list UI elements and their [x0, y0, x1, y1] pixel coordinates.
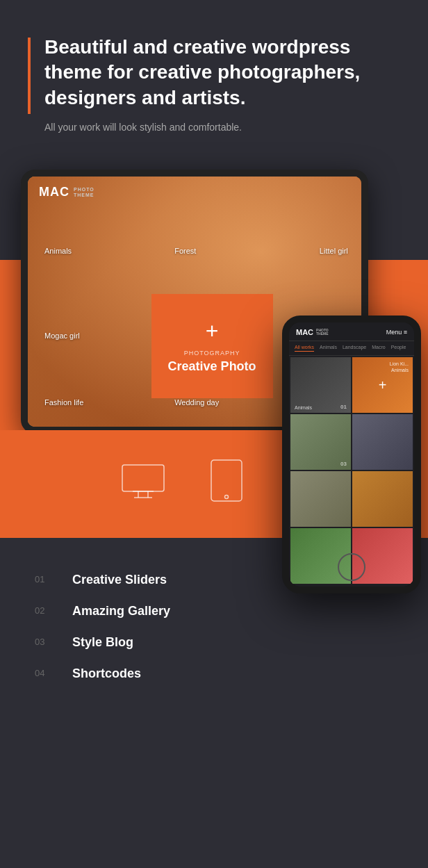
phone-photo-2: Lion Ki...Animals +	[352, 357, 413, 413]
phone-home-bar	[338, 553, 365, 581]
svg-rect-0	[122, 465, 164, 491]
feature-item-4: 04 Shortcodes	[35, 666, 393, 681]
grid-label-mogacgirl: Mogac girl	[44, 331, 80, 340]
phone-nav-landscape[interactable]: Landscape	[343, 345, 366, 352]
phone-logo-text: MAC	[296, 328, 313, 336]
tablet-mac-logo: MAC PHOTOTHEME	[39, 185, 94, 199]
phone-photo-3-num: 03	[340, 461, 347, 467]
phone-photo-4	[352, 414, 413, 470]
orange-card-title: Creative Photo	[168, 359, 256, 374]
feature-3-label: Style Blog	[72, 635, 133, 650]
grid-label-animals: Animals	[44, 247, 72, 255]
phone-nav-animals[interactable]: Animals	[320, 345, 337, 352]
feature-1-num: 01	[35, 573, 56, 584]
showcase-section: MAC PHOTOTHEME Animals Forest Littel gir…	[0, 163, 428, 538]
feature-4-label: Shortcodes	[72, 666, 141, 681]
phone-photo-2-plus: +	[379, 377, 387, 393]
feature-item-2: 02 Amazing Gallery	[35, 604, 393, 619]
tablet-logo-sub: PHOTOTHEME	[74, 187, 94, 197]
phone-photo-5	[290, 471, 351, 527]
phone-photo-1-num: 01	[340, 404, 347, 410]
phone-photo-grid: Animals 01 Lion Ki...Animals + 03	[289, 356, 414, 585]
tablet-logo-text: MAC	[39, 185, 69, 199]
tablet-icon	[209, 458, 244, 503]
hero-section: Beautiful and creative wordpress theme f…	[0, 0, 428, 163]
orange-card-plus-icon: +	[206, 318, 219, 344]
feature-4-num: 04	[35, 666, 56, 678]
svg-point-6	[224, 496, 228, 499]
grid-label-weddingday: Wedding day	[174, 398, 219, 407]
phone-nav-people[interactable]: People	[391, 345, 406, 352]
tablet-side-button	[21, 291, 22, 312]
phone-photo-1: Animals 01	[290, 357, 351, 413]
phone-device: MAC PHOTOTHEME Menu ≡ All works Animals …	[282, 316, 421, 593]
grid-label-fashionlife: Fashion life	[44, 398, 83, 407]
feature-item-3: 03 Style Blog	[35, 635, 393, 650]
phone-photo-2-label: Lion Ki...Animals	[390, 361, 409, 373]
grid-label-littelgirl: Littel girl	[320, 247, 348, 255]
phone-logo-sub: PHOTOTHEME	[316, 329, 329, 336]
phone-photo-6	[352, 471, 413, 527]
hero-subtitle: All your work will look stylish and comf…	[44, 120, 400, 135]
monitor-icon	[119, 458, 167, 503]
grid-label-forest: Forest	[174, 247, 196, 255]
feature-2-label: Amazing Gallery	[72, 604, 170, 619]
phone-menu-button[interactable]: Menu ≡	[386, 329, 407, 336]
orange-card: + Photography Creative Photo	[151, 294, 273, 398]
feature-3-num: 03	[35, 635, 56, 647]
phone-logo: MAC PHOTOTHEME	[296, 328, 329, 336]
phone-nav: All works Animals Landscape Macro People	[289, 341, 414, 356]
orange-card-category: Photography	[184, 350, 240, 357]
hero-text-block: Beautiful and creative wordpress theme f…	[44, 35, 400, 135]
phone-header: MAC PHOTOTHEME Menu ≡	[289, 322, 414, 341]
phone-nav-allworks[interactable]: All works	[295, 345, 314, 352]
feature-2-num: 02	[35, 604, 56, 616]
feature-1-label: Creative Sliders	[72, 573, 167, 587]
phone-screen: MAC PHOTOTHEME Menu ≡ All works Animals …	[289, 322, 414, 587]
phone-photo-3: 03	[290, 414, 351, 470]
hero-accent-bar	[28, 38, 31, 114]
phone-nav-macro[interactable]: Macro	[372, 345, 385, 352]
phone-photo-1-label: Animals	[295, 405, 312, 410]
hero-title: Beautiful and creative wordpress theme f…	[44, 35, 400, 110]
